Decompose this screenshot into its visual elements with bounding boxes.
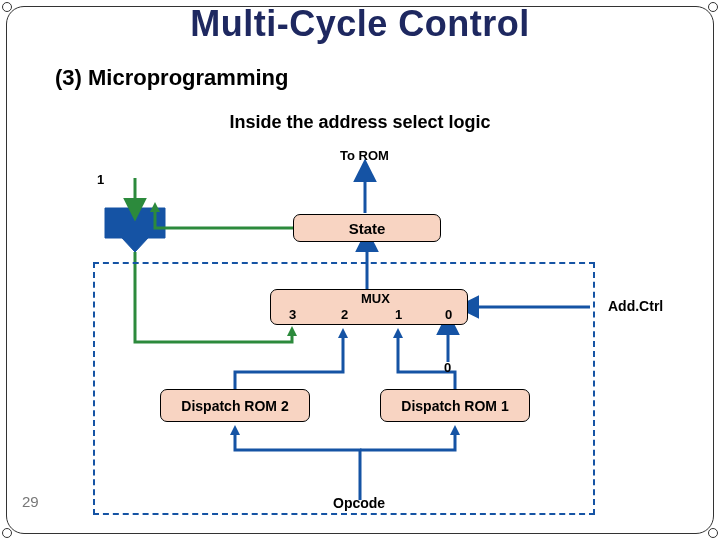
- svg-marker-2: [150, 202, 160, 212]
- mux-title: MUX: [361, 291, 390, 306]
- label-to-rom: To ROM: [340, 148, 389, 163]
- state-register-block: State: [293, 214, 441, 242]
- label-opcode: Opcode: [333, 495, 385, 511]
- mux-block: MUX 3 2 1 0: [270, 289, 468, 325]
- mux-port-2: 2: [341, 307, 348, 322]
- slide-number: 29: [22, 493, 39, 510]
- dispatch-rom-1-block: Dispatch ROM 1: [380, 389, 530, 422]
- label-zero: 0: [444, 360, 451, 375]
- mux-port-0: 0: [445, 307, 452, 322]
- mux-port-3: 3: [289, 307, 296, 322]
- label-addctrl: Add.Ctrl: [608, 298, 663, 314]
- dispatch-rom-2-block: Dispatch ROM 2: [160, 389, 310, 422]
- label-one: 1: [97, 172, 104, 187]
- mux-port-1: 1: [395, 307, 402, 322]
